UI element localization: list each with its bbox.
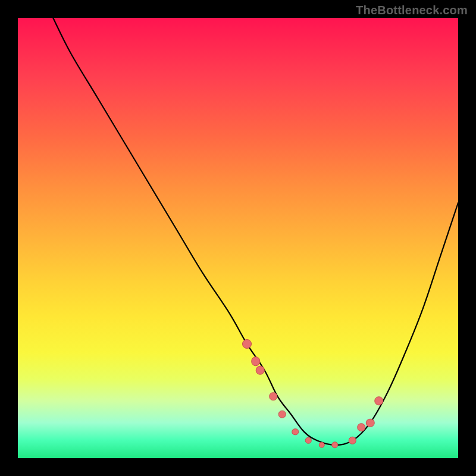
scatter-dot [251,356,261,366]
scatter-dot [292,428,299,436]
chart-frame: TheBottleneck.com [0,0,476,476]
scatter-dot [278,411,286,418]
scatter-dot [242,339,252,349]
watermark-text: TheBottleneck.com [356,4,468,17]
scatter-dot [374,396,384,406]
scatter-dot [349,437,356,444]
scatter-dot [357,423,365,431]
scatter-dot [331,441,339,449]
scatter-dot [366,419,375,428]
scatter-dot [305,437,312,444]
scatter-layer [18,18,458,458]
scatter-dot [269,393,277,401]
scatter-dot [256,366,265,375]
plot-area [18,18,458,458]
scatter-dot [318,442,325,449]
